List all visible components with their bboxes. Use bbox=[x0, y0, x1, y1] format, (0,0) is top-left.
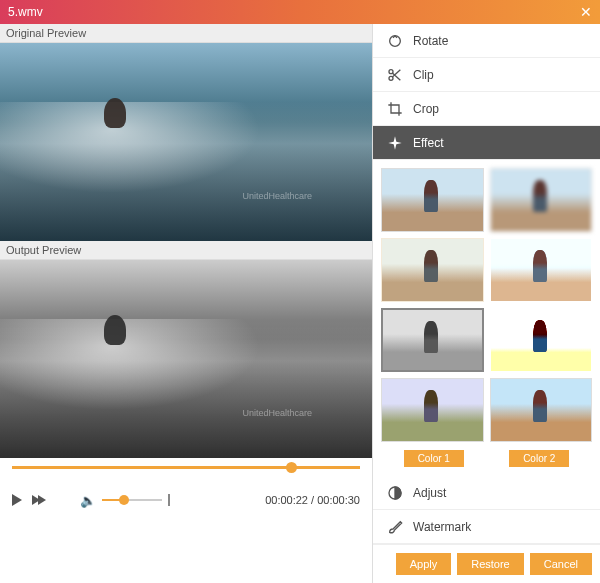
total-time: 00:00:30 bbox=[317, 494, 360, 506]
wave-graphic-out bbox=[0, 319, 372, 458]
crop-icon bbox=[387, 101, 403, 117]
watermark-text-out: UnitedHealthcare bbox=[242, 408, 312, 418]
playback-controls: 🔈 00:00:22 / 00:00:30 bbox=[0, 478, 372, 522]
color2-button[interactable]: Color 2 bbox=[509, 450, 569, 467]
menu-clip-label: Clip bbox=[413, 68, 434, 82]
play-icon[interactable] bbox=[12, 494, 22, 506]
scissors-icon bbox=[387, 67, 403, 83]
effect-thumb-6[interactable] bbox=[381, 378, 484, 442]
window-title: 5.wmv bbox=[8, 5, 43, 19]
timeline-track[interactable] bbox=[12, 466, 360, 469]
adjust-icon bbox=[387, 485, 403, 501]
color1-button[interactable]: Color 1 bbox=[404, 450, 464, 467]
menu-effect[interactable]: Effect bbox=[373, 126, 600, 160]
effect-thumb-2[interactable] bbox=[381, 238, 484, 302]
timeline[interactable] bbox=[0, 458, 372, 478]
effect-thumb-5[interactable] bbox=[490, 308, 593, 372]
svg-point-0 bbox=[390, 35, 401, 46]
original-preview: UnitedHealthcare bbox=[0, 43, 372, 241]
main-layout: Original Preview UnitedHealthcare Output… bbox=[0, 24, 600, 583]
titlebar: 5.wmv ✕ bbox=[0, 0, 600, 24]
left-panel: Original Preview UnitedHealthcare Output… bbox=[0, 24, 372, 583]
menu-crop[interactable]: Crop bbox=[373, 92, 600, 126]
volume-slider[interactable] bbox=[102, 499, 162, 501]
menu-adjust[interactable]: Adjust bbox=[373, 476, 600, 510]
effect-thumb-3[interactable] bbox=[490, 238, 593, 302]
menu-watermark[interactable]: Watermark bbox=[373, 510, 600, 544]
menu-watermark-label: Watermark bbox=[413, 520, 471, 534]
current-time: 00:00:22 bbox=[265, 494, 308, 506]
menu-clip[interactable]: Clip bbox=[373, 58, 600, 92]
menu-effect-label: Effect bbox=[413, 136, 443, 150]
original-preview-label: Original Preview bbox=[0, 24, 372, 43]
cancel-button[interactable]: Cancel bbox=[530, 553, 592, 575]
output-preview-label: Output Preview bbox=[0, 241, 372, 260]
color-buttons-row: Color 1 Color 2 bbox=[381, 448, 592, 473]
next-icon[interactable] bbox=[32, 495, 40, 505]
effect-thumb-4[interactable] bbox=[381, 308, 484, 372]
volume-control: 🔈 bbox=[80, 493, 170, 508]
surfer-graphic bbox=[104, 98, 126, 128]
output-preview: UnitedHealthcare bbox=[0, 260, 372, 458]
effect-thumb-7[interactable] bbox=[490, 378, 593, 442]
volume-icon[interactable]: 🔈 bbox=[80, 493, 96, 508]
close-icon[interactable]: ✕ bbox=[580, 4, 592, 20]
volume-max-marker bbox=[168, 494, 170, 506]
effects-grid: Color 1 Color 2 bbox=[373, 160, 600, 476]
brush-icon bbox=[387, 519, 403, 535]
watermark-text: UnitedHealthcare bbox=[242, 191, 312, 201]
menu-rotate-label: Rotate bbox=[413, 34, 448, 48]
rotate-icon bbox=[387, 33, 403, 49]
menu-crop-label: Crop bbox=[413, 102, 439, 116]
menu-adjust-label: Adjust bbox=[413, 486, 446, 500]
wave-graphic bbox=[0, 102, 372, 241]
time-display: 00:00:22 / 00:00:30 bbox=[265, 494, 360, 506]
apply-button[interactable]: Apply bbox=[396, 553, 452, 575]
surfer-graphic-out bbox=[104, 315, 126, 345]
right-panel: Rotate Clip Crop Effect Color 1 Color 2 bbox=[372, 24, 600, 583]
sparkle-icon bbox=[387, 135, 403, 151]
effect-thumb-0[interactable] bbox=[381, 168, 484, 232]
footer-buttons: Apply Restore Cancel bbox=[373, 544, 600, 583]
restore-button[interactable]: Restore bbox=[457, 553, 524, 575]
effect-thumb-1[interactable] bbox=[490, 168, 593, 232]
menu-rotate[interactable]: Rotate bbox=[373, 24, 600, 58]
